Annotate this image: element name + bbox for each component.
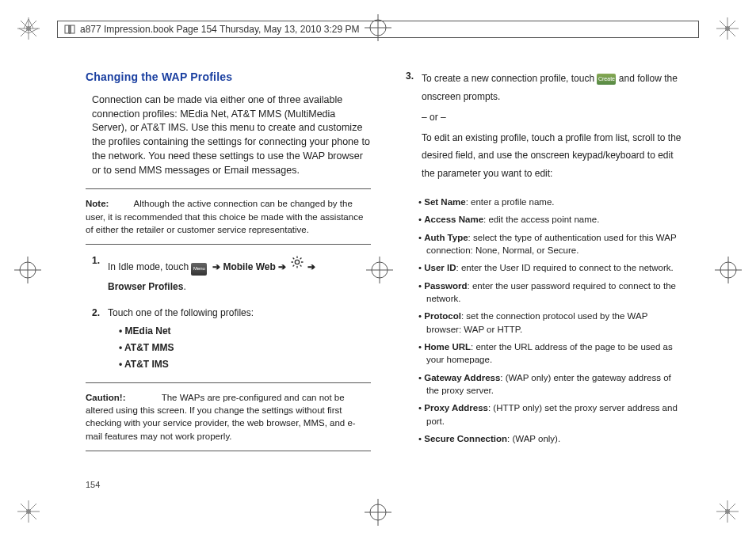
crop-ornament-icon [17,17,40,40]
page-root: a877 Impression.book Page 154 Thursday, … [0,0,756,540]
note-body-text: Although the active connection can be ch… [86,199,363,234]
caution-block: Caution!: The WAPs are pre-configured an… [86,391,371,443]
menu-icon: Menu [191,263,207,276]
note-block: Note: Although the active connection can… [86,197,371,236]
page-number: 154 [86,480,100,489]
arrow-icon: ➔ [307,261,315,272]
field-item: Auth Type: select the type of authentica… [418,231,685,257]
profile-item: AT&T IMS [119,358,371,371]
divider [86,244,371,245]
svg-point-41 [295,260,299,264]
field-item: Password: enter the user password requir… [418,280,685,306]
right-column: 3. To create a new connection profile, t… [399,70,685,459]
profile-list: MEdia Net AT&T MMS AT&T IMS [119,325,371,371]
step-body: To create a new connection profile, touc… [422,70,685,188]
document-header: a877 Impression.book Page 154 Thursday, … [57,21,699,38]
registration-mark-icon [14,257,41,283]
edit-instructions: To edit an existing profile, touch a pro… [422,129,685,183]
divider [86,188,371,189]
step3-pre: To create a new connection profile, touc… [422,73,597,84]
nav-mobile-web: Mobile Web [223,261,275,272]
steps-list: 1. In Idle mode, touch Menu ➔ Mobile Web… [86,254,371,374]
field-item: Gateway Address: (WAP only) enter the ga… [418,371,685,397]
field-item: Protocol: set the connection protocol us… [418,310,685,336]
note-label: Note: [86,199,109,208]
divider [86,451,371,451]
intro-paragraph: Connection can be made via either one of… [92,93,371,178]
registration-mark-icon [715,257,742,283]
content-columns: Changing the WAP Profiles Connection can… [86,70,688,459]
field-item: Set Name: enter a profile name. [418,196,685,208]
profile-item: AT&T MMS [119,341,371,355]
field-item: Proxy Address: (HTTP only) set the proxy… [418,401,685,428]
crop-ornament-icon [716,500,739,523]
step-3: 3. To create a new connection profile, t… [399,70,685,188]
svg-rect-39 [65,25,69,33]
create-icon: Create [597,74,616,85]
step-number: 2. [86,306,108,375]
divider [86,382,371,383]
step-number: 3. [399,70,422,188]
or-separator: – or – [422,111,685,124]
gear-icon [289,254,305,270]
field-item: User ID: enter the User ID required to c… [418,261,685,274]
crop-ornament-icon [716,17,739,40]
step-body: In Idle mode, touch Menu ➔ Mobile Web ➔ … [108,254,371,298]
field-item: Access Name: edit the access point name. [418,213,685,226]
step-body: Touch one of the following profiles: MEd… [108,306,371,375]
book-icon [64,24,75,35]
caution-body: The WAPs are pre-configured and can not … [86,393,356,441]
field-list: Set Name: enter a profile name. Access N… [418,196,685,445]
document-header-text: a877 Impression.book Page 154 Thursday, … [80,24,359,35]
step-number: 1. [86,254,108,298]
step-2: 2. Touch one of the following profiles: … [86,306,371,375]
nav-browser-profiles: Browser Profiles [108,281,183,292]
svg-rect-40 [71,25,74,33]
arrow-icon: ➔ [212,261,220,272]
field-item: Secure Connection: (WAP only). [418,432,685,445]
registration-mark-icon [365,499,391,526]
field-item: Home URL: enter the URL address of the p… [418,340,685,367]
caution-label: Caution!: [86,393,125,402]
step2-text: Touch one of the following profiles: [108,306,371,320]
profile-item: MEdia Net [119,325,371,338]
left-column: Changing the WAP Profiles Connection can… [86,70,371,459]
crop-ornament-icon [17,500,40,523]
section-title: Changing the WAP Profiles [86,70,371,86]
step1-pre: In Idle mode, touch [108,261,191,272]
step-1: 1. In Idle mode, touch Menu ➔ Mobile Web… [86,254,371,298]
arrow-icon: ➔ [278,261,286,272]
